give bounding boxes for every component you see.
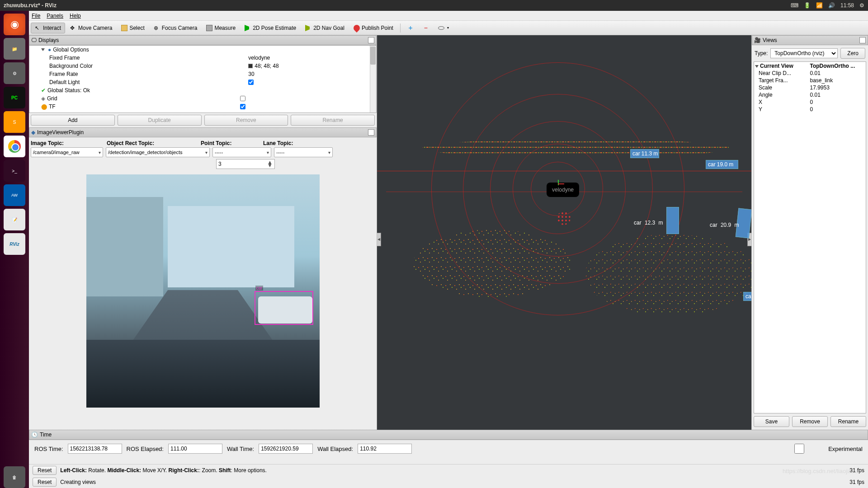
combo-image-topic[interactable]: /camera0/image_raw: [31, 147, 103, 157]
label-image-topic: Image Topic:: [31, 140, 103, 146]
status-msg: Creating views: [60, 479, 96, 485]
menu-help[interactable]: Help: [70, 13, 81, 19]
tree-fixed-frame-value[interactable]: velodyne: [248, 55, 376, 61]
diamond-icon: ◆: [31, 129, 35, 136]
tool-pose-estimate[interactable]: 2D Pose Estimate: [241, 23, 300, 33]
duplicate-button[interactable]: Duplicate: [118, 115, 202, 126]
imgviewer-panel-header[interactable]: ◆ ImageViewerPlugin: [29, 127, 377, 137]
views-remove-button[interactable]: Remove: [792, 416, 828, 427]
add-button[interactable]: Add: [31, 115, 115, 126]
spin-arrows-icon[interactable]: ▲▼: [267, 161, 273, 167]
battery-icon[interactable]: 🔋: [804, 2, 811, 9]
remove-button[interactable]: Remove: [204, 115, 288, 126]
menu-panels[interactable]: Panels: [47, 13, 63, 19]
ros-elapsed-label: ROS Elapsed:: [127, 446, 164, 452]
tool-eye[interactable]: ▾: [434, 23, 453, 33]
tree-tf-checkbox[interactable]: [240, 104, 245, 109]
experimental-label: Experimental: [828, 446, 863, 452]
launcher-chrome-icon[interactable]: [4, 136, 25, 157]
tree-defaultlight-label[interactable]: Default Light: [49, 79, 248, 85]
tree-grid[interactable]: Grid: [47, 95, 57, 102]
tree-global-status[interactable]: Global Status: Ok: [47, 87, 90, 94]
time-panel-header[interactable]: 🕓 Time: [29, 430, 868, 440]
wall-elapsed-field[interactable]: [358, 444, 412, 454]
launcher-rviz-icon[interactable]: RViz: [4, 233, 25, 255]
keyboard-icon[interactable]: ⌨: [791, 2, 798, 9]
combo-lane-topic[interactable]: -----: [274, 147, 333, 157]
launcher-pycharm-icon[interactable]: PC: [4, 87, 25, 108]
combo-point-topic[interactable]: -----: [212, 147, 271, 157]
cursor-icon: ↖: [35, 25, 41, 31]
views-panel-header[interactable]: 🎥 Views: [752, 35, 868, 45]
time-panel: ROS Time: ROS Elapsed: Wall Time: Wall E…: [29, 440, 868, 464]
menu-file[interactable]: File: [32, 13, 40, 19]
wall-time-field[interactable]: [259, 444, 313, 454]
imgviewer-title: ImageViewerPlugin: [37, 129, 84, 136]
sound-icon[interactable]: 🔊: [828, 2, 835, 9]
tree-framerate-label[interactable]: Frame Rate: [49, 71, 248, 77]
tool-measure[interactable]: Measure: [202, 23, 240, 33]
tool-publish-point[interactable]: Publish Point: [349, 23, 397, 33]
tool-add-display[interactable]: ＋: [403, 23, 418, 33]
view3d[interactable]: ◀ ▶ velodyne car 11.3 m car 19.0 m car 1…: [377, 35, 751, 430]
time-title: Time: [40, 432, 52, 438]
detection-marker-0: car 11.3 m: [630, 149, 659, 158]
launcher-dash-icon[interactable]: ◉: [4, 14, 25, 35]
views-title: Views: [763, 37, 777, 43]
tool-nav-goal[interactable]: 2D Nav Goal: [301, 23, 349, 33]
rename-button[interactable]: Rename: [291, 115, 375, 126]
display-icon: 🖵: [31, 37, 37, 43]
views-rename-button[interactable]: Rename: [830, 416, 866, 427]
launcher-autoware-icon[interactable]: AW: [4, 184, 25, 206]
launcher-sublime-icon[interactable]: S: [4, 111, 25, 133]
views-close-icon[interactable]: [859, 37, 866, 43]
tool-interact[interactable]: ↖Interact: [31, 23, 65, 33]
launcher-terminal-icon[interactable]: >_: [4, 160, 25, 182]
launcher-trash-icon[interactable]: 🗑: [4, 466, 25, 488]
spin-value[interactable]: 3▲▼: [216, 159, 275, 169]
views-save-button[interactable]: Save: [754, 416, 789, 427]
tree-fixed-frame-label[interactable]: Fixed Frame: [49, 55, 248, 61]
displays-scrollbar[interactable]: [370, 46, 376, 113]
views-type-select[interactable]: TopDownOrtho (rviz): [770, 48, 838, 58]
experimental-checkbox[interactable]: [772, 444, 826, 454]
launcher-settings-icon[interactable]: ⚙: [4, 62, 25, 84]
detection-label-3: car 20.9 m: [710, 221, 739, 228]
ros-time-field[interactable]: [68, 444, 122, 454]
clock[interactable]: 11:58: [840, 2, 854, 9]
tree-defaultlight-checkbox[interactable]: [248, 80, 254, 85]
fps-label-2: 31 fps: [849, 479, 864, 485]
tool-focus-camera[interactable]: ⊕Focus Camera: [150, 23, 202, 33]
zero-button[interactable]: Zero: [840, 48, 865, 59]
ruler-icon: [206, 25, 212, 31]
views-panel: 🎥 Views Type: TopDownOrtho (rviz) Zero C…: [751, 35, 868, 430]
tree-framerate-value[interactable]: 30: [248, 71, 376, 77]
displays-tree[interactable]: ● Global Options Fixed Framevelodyne Bac…: [29, 45, 377, 113]
move-icon: ✥: [70, 25, 76, 31]
tool-move-camera[interactable]: ✥Move Camera: [66, 23, 116, 33]
ros-elapsed-field[interactable]: [168, 444, 222, 454]
gear-icon[interactable]: ⚙: [859, 2, 864, 9]
launcher-gedit-icon[interactable]: 📝: [4, 209, 25, 230]
left-panel: 🖵 Displays ● Global Options Fixed Framev…: [29, 35, 377, 430]
splitter-left-icon[interactable]: ◀: [377, 233, 381, 246]
tree-global-options[interactable]: Global Options: [53, 47, 89, 53]
combo-rect-topic[interactable]: /detection/image_detector/objects: [106, 147, 210, 157]
tree-bgcolor-value[interactable]: 48; 48; 48: [248, 63, 376, 69]
tree-tf[interactable]: TF: [49, 103, 56, 110]
wall-elapsed-label: Wall Elapsed:: [317, 446, 353, 452]
tree-bgcolor-label[interactable]: Background Color: [49, 63, 248, 69]
displays-panel-header[interactable]: 🖵 Displays: [29, 35, 377, 45]
tool-select[interactable]: Select: [117, 23, 148, 33]
imgviewer-close-icon[interactable]: [368, 129, 374, 136]
tree-grid-checkbox[interactable]: [240, 96, 245, 101]
reset-button-2[interactable]: Reset: [33, 478, 57, 487]
tool-remove-display[interactable]: －: [419, 23, 433, 33]
views-tree[interactable]: Current ViewTopDownOrtho ... Near Clip D…: [754, 61, 866, 413]
detection-marker-4: car 28.: [743, 292, 751, 301]
reset-button-1[interactable]: Reset: [33, 466, 57, 475]
detection-marker-2: [666, 207, 679, 234]
launcher-files-icon[interactable]: 📁: [4, 38, 25, 60]
wifi-icon[interactable]: 📶: [816, 2, 823, 9]
displays-close-icon[interactable]: [368, 37, 374, 43]
